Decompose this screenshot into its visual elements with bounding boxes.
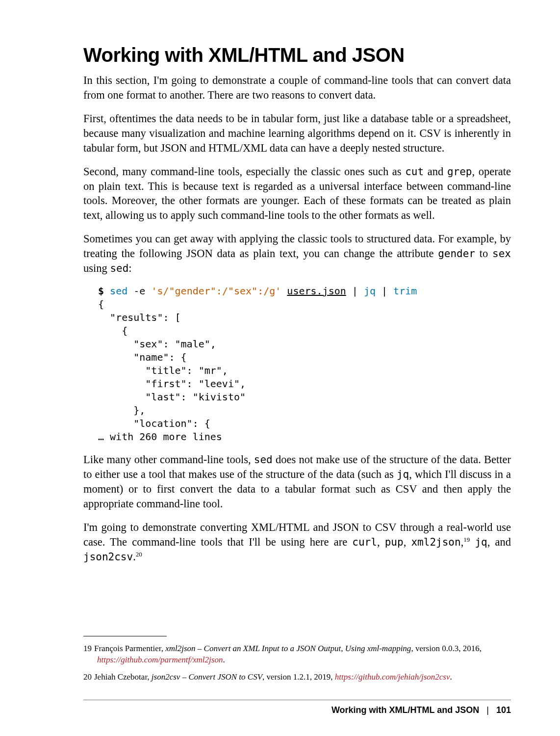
- code-jq: jq: [397, 469, 409, 480]
- flag: -e: [127, 285, 151, 297]
- paragraph-first-reason: First, oftentimes the data needs to be i…: [83, 111, 511, 156]
- footnotes-rule: [83, 636, 167, 636]
- cmd-trim: trim: [393, 285, 417, 297]
- footnote-text: .: [450, 672, 452, 682]
- text: [470, 536, 475, 548]
- output-line: "last": "kivisto": [98, 391, 246, 403]
- footnote-text: François Parmentier,: [94, 644, 165, 653]
- cmd-jq: jq: [364, 285, 376, 297]
- output-line: "title": "mr",: [98, 365, 228, 376]
- text: ,: [377, 536, 385, 548]
- footnote-text: Jehiah Czebotar,: [94, 672, 152, 682]
- code-grep: grep: [447, 166, 472, 178]
- text: using: [83, 262, 110, 274]
- code-sed: sed: [110, 263, 128, 274]
- code-json2csv: json2csv: [83, 551, 133, 563]
- code-sex: sex: [492, 248, 511, 260]
- text: Like many other command-line tools,: [83, 453, 254, 466]
- paragraph-tools-list: I'm going to demonstrate converting XML/…: [83, 520, 511, 564]
- output-line: "results": [: [98, 312, 181, 323]
- footnote-text: .: [223, 655, 225, 664]
- footnote-20: 20Jehiah Czebotar, json2csv – Convert JS…: [83, 672, 511, 683]
- code-block-sed-example: $ sed -e 's/"gender":/"sex":/g' users.js…: [98, 285, 511, 444]
- output-line: "name": {: [98, 351, 187, 363]
- output-truncated: … with 260 more lines: [98, 431, 222, 443]
- code-curl: curl: [352, 536, 377, 548]
- footer-section-title: Working with XML/HTML and JSON: [331, 705, 479, 715]
- code-pup: pup: [385, 536, 404, 548]
- footnote-ref-20: 20: [136, 550, 142, 557]
- footnote-link-xml2json[interactable]: https://github.com/parmentf/xml2json: [97, 655, 223, 664]
- cmd-sed: sed: [110, 285, 127, 297]
- code-jq: jq: [475, 536, 487, 548]
- footnote-number: 20: [83, 672, 94, 683]
- pipe: |: [346, 285, 364, 297]
- code-xml2json: xml2json: [411, 536, 460, 548]
- text: :: [128, 262, 131, 274]
- text: to: [475, 247, 492, 260]
- code-sed: sed: [254, 454, 273, 466]
- footnotes-block: 19François Parmentier, xml2json – Conver…: [83, 636, 511, 689]
- footnote-text: , version 1.2.1, 2019,: [262, 672, 335, 682]
- text: ,: [404, 536, 411, 548]
- shell-prompt: $: [98, 285, 104, 297]
- footer-separator: |: [482, 705, 494, 715]
- footnote-text: , version 0.0.3, 2016,: [411, 644, 482, 653]
- sed-expression: 's/"gender":/"sex":/g': [151, 285, 281, 297]
- section-heading: Working with XML/HTML and JSON: [83, 44, 511, 66]
- output-line: {: [98, 325, 127, 337]
- paragraph-sed-intro: Sometimes you can get away with applying…: [83, 232, 511, 276]
- code-gender: gender: [438, 248, 475, 260]
- paragraph-second-reason: Second, many command-line tools, especia…: [83, 164, 511, 223]
- page: Working with XML/HTML and JSON In this s…: [0, 0, 560, 736]
- text: and: [424, 165, 447, 178]
- output-line: {: [98, 298, 104, 310]
- text: Second, many command-line tools, especia…: [83, 165, 405, 178]
- output-line: "sex": "male",: [98, 338, 216, 350]
- footnote-title: json2csv – Convert JSON to CSV: [152, 672, 262, 682]
- paragraph-sed-limitation: Like many other command-line tools, sed …: [83, 452, 511, 511]
- output-line: },: [98, 404, 145, 416]
- footnote-number: 19: [83, 643, 94, 655]
- footnote-19: 19François Parmentier, xml2json – Conver…: [83, 643, 511, 666]
- text: , and: [487, 536, 511, 548]
- footnote-title: xml2json – Convert an XML Input to a JSO…: [165, 644, 411, 653]
- running-footer: Working with XML/HTML and JSON | 101: [83, 700, 511, 715]
- footer-page-number: 101: [496, 705, 511, 715]
- output-line: "first": "leevi",: [98, 378, 246, 390]
- footnote-link-json2csv[interactable]: https://github.com/jehiah/json2csv: [335, 672, 450, 682]
- code-cut: cut: [405, 166, 424, 178]
- paragraph-intro: In this section, I'm going to demonstrat…: [83, 73, 511, 103]
- pipe: |: [376, 285, 393, 297]
- footnote-ref-19: 19: [463, 535, 470, 543]
- filename-users-json: users.json: [287, 285, 346, 297]
- output-line: "location": {: [98, 418, 210, 429]
